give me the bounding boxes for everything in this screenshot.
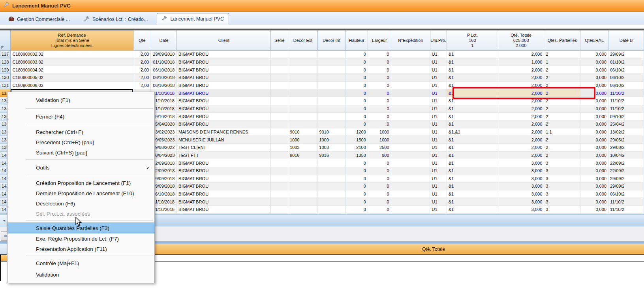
cell-decor_ext[interactable] <box>288 89 317 97</box>
cell-date[interactable]: 06/10/2018 <box>151 74 177 82</box>
cell-nexp[interactable] <box>391 198 430 206</box>
menu-item-d-s-lection-f6[interactable]: Désélection (F6) <box>8 198 154 209</box>
cell-client[interactable]: BIGMAT BROU <box>177 82 271 90</box>
cell-decor_ext[interactable] <box>288 120 317 128</box>
cell-serie[interactable] <box>271 74 288 82</box>
cell-date_b[interactable]: 06/10/2 <box>608 82 644 90</box>
cell-hauteur[interactable]: 0 <box>345 51 368 58</box>
cell-qtes_partielles[interactable]: 3 <box>544 206 580 214</box>
column-header-plct[interactable]: P.Lct.1601 <box>447 30 498 51</box>
cell-qte_totale[interactable]: 3,000 <box>498 206 544 214</box>
cell-unipro[interactable]: U1 <box>430 120 447 128</box>
cell-hauteur[interactable]: 0 <box>345 159 368 167</box>
tab-gestion-commerciale[interactable]: Gestion Commerciale ... <box>3 14 75 24</box>
cell-plct[interactable]: &1 <box>447 198 498 206</box>
cell-nexp[interactable] <box>391 74 430 82</box>
cell-hauteur[interactable]: 0 <box>345 74 368 82</box>
cell-decor_int[interactable]: 9016 <box>317 152 345 160</box>
cell-date[interactable]: 11/10/2018 <box>151 89 177 97</box>
cell-ref[interactable]: C180900002,02 <box>11 51 133 58</box>
cell-qtes_ral[interactable]: 0,000 <box>580 190 608 198</box>
cell-qtes_ral[interactable]: 0,000 <box>580 159 608 167</box>
cell-serie[interactable] <box>271 51 288 58</box>
cell-date_b[interactable]: 09/10/2 <box>608 113 644 120</box>
cell-qtes_ral[interactable]: 0,000 <box>580 136 608 144</box>
cell-unipro[interactable]: U1 <box>430 89 447 97</box>
cell-hauteur[interactable]: 1500 <box>345 136 368 144</box>
cell-largeur[interactable]: 2500 <box>368 144 391 152</box>
table-row[interactable]: 129C180900004,022,0006/10/2018BIGMAT BRO… <box>0 66 644 74</box>
cell-client[interactable]: BIGMAT BROU <box>177 167 271 175</box>
cell-hauteur[interactable]: 0 <box>345 198 368 206</box>
cell-date_b[interactable]: 22/09/2 <box>608 159 644 167</box>
cell-date_b[interactable]: 22/09/2 <box>608 167 644 175</box>
cell-serie[interactable] <box>271 183 288 190</box>
cell-largeur[interactable]: 0 <box>368 74 391 82</box>
cell-unipro[interactable]: U1 <box>430 113 447 120</box>
cell-client[interactable]: TEST CLIENT <box>177 144 271 152</box>
cell-largeur[interactable]: 0 <box>368 82 391 90</box>
cell-hauteur[interactable]: 2100 <box>345 144 368 152</box>
cell-unipro[interactable]: U1 <box>430 97 447 105</box>
cell-unipro[interactable]: U1 <box>430 167 447 175</box>
cell-nexp[interactable] <box>391 190 430 198</box>
column-header-serie[interactable]: Série <box>271 30 288 51</box>
cell-unipro[interactable]: U1 <box>430 144 447 152</box>
cell-qtes_ral[interactable]: 0,000 <box>580 74 608 82</box>
column-header-decor_ext[interactable]: Décor Ext <box>288 30 317 51</box>
cell-qte_totale[interactable]: 3,000 <box>498 159 544 167</box>
cell-unipro[interactable]: U1 <box>430 74 447 82</box>
cell-decor_int[interactable] <box>317 183 345 190</box>
cell-qtes_partielles[interactable]: 2 <box>544 74 580 82</box>
cell-nexp[interactable] <box>391 167 430 175</box>
cell-serie[interactable] <box>271 167 288 175</box>
cell-hauteur[interactable]: 0 <box>345 58 368 66</box>
cell-date[interactable]: 29/09/2018 <box>151 183 177 190</box>
cell-qte_totale[interactable]: 2,000 <box>498 128 544 136</box>
cell-qte_totale[interactable]: 1,000 <box>498 58 544 66</box>
column-header-largeur[interactable]: Largeur <box>368 30 391 51</box>
cell-largeur[interactable]: 0 <box>368 198 391 206</box>
cell-nexp[interactable] <box>391 89 430 97</box>
cell-unipro[interactable]: U1 <box>430 152 447 160</box>
column-header-ref[interactable]: Réf. DemandeTotal mis en SérieLignes Sél… <box>11 30 133 51</box>
cell-decor_int[interactable] <box>317 97 345 105</box>
menu-item-exe-r-gle-proposition-de-lct-f7[interactable]: Exe. Règle Proposition de Lct. (F7) <box>8 233 154 244</box>
cell-largeur[interactable]: 1000 <box>368 128 391 136</box>
cell-qtes_partielles[interactable]: 3 <box>544 167 580 175</box>
cell-client[interactable]: BIGMAT BROU <box>177 175 271 183</box>
cell-qtes_ral[interactable]: 0,000 <box>580 51 608 58</box>
cell-date_b[interactable]: 01/10/2 <box>608 58 644 66</box>
cell-unipro[interactable]: U1 <box>430 51 447 58</box>
cell-client[interactable]: BIGMAT BROU <box>177 113 271 120</box>
cell-date_b[interactable]: 06/10/2 <box>608 190 644 198</box>
cell-client[interactable]: BIGMAT BROU <box>177 206 271 214</box>
cell-num[interactable]: 129 <box>0 66 11 74</box>
cell-qtes_partielles[interactable]: 3 <box>544 198 580 206</box>
cell-qtes_ral[interactable]: 0,000 <box>580 175 608 183</box>
cell-client[interactable]: BIGMAT BROU <box>177 97 271 105</box>
column-header-date_b[interactable]: Date B <box>608 30 644 51</box>
cell-decor_ext[interactable] <box>288 58 317 66</box>
column-header-date[interactable]: Date <box>151 30 177 51</box>
cell-qtes_partielles[interactable]: 2 <box>544 66 580 74</box>
cell-client[interactable]: BIGMAT BROU <box>177 198 271 206</box>
cell-qtes_ral[interactable]: 0,000 <box>580 152 608 160</box>
cell-largeur[interactable]: 0 <box>368 159 391 167</box>
cell-largeur[interactable]: 0 <box>368 113 391 120</box>
cell-unipro[interactable]: U1 <box>430 159 447 167</box>
cell-plct[interactable]: &1 <box>447 105 498 113</box>
cell-largeur[interactable]: 0 <box>368 167 391 175</box>
cell-date[interactable]: 25/04/2020 <box>151 120 177 128</box>
cell-decor_ext[interactable] <box>288 198 317 206</box>
cell-client[interactable]: BIGMAT BROU <box>177 66 271 74</box>
cell-ref[interactable]: C180900004,02 <box>11 66 133 74</box>
cell-date_b[interactable]: 29/05/2 <box>608 136 644 144</box>
cell-largeur[interactable]: 0 <box>368 89 391 97</box>
cell-qte_totale[interactable]: 3,000 <box>498 175 544 183</box>
cell-date_b[interactable]: 11/10/2 <box>608 89 644 97</box>
cell-date_b[interactable]: 06/10/2 <box>608 74 644 82</box>
cell-date[interactable]: 11/10/2018 <box>151 198 177 206</box>
cell-date[interactable]: 22/09/2018 <box>151 167 177 175</box>
cell-date_b[interactable]: 11/10/2 <box>608 105 644 113</box>
